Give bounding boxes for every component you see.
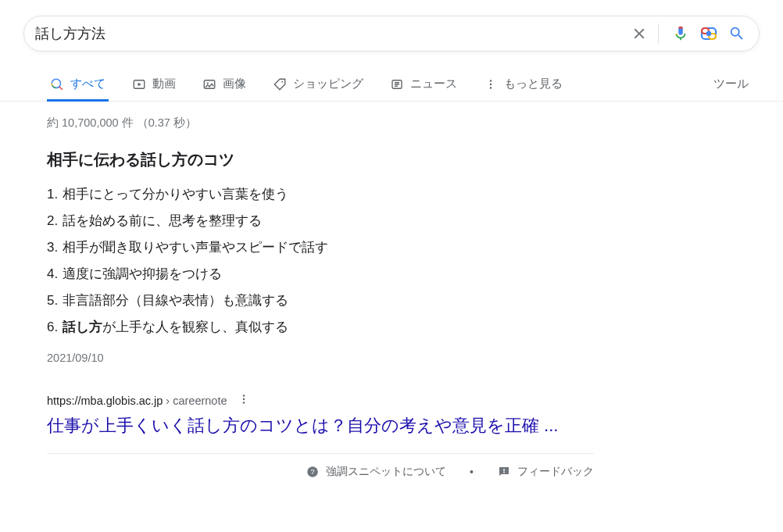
list-item: 4.適度に強調や抑揚をつける (47, 261, 594, 287)
help-icon: ? (306, 465, 320, 479)
clear-icon[interactable] (628, 23, 650, 45)
cite-domain: https://mba.globis.ac.jp (47, 395, 163, 407)
separator-dot: • (470, 466, 474, 478)
svg-rect-17 (503, 469, 505, 471)
tab-image-label: 画像 (223, 77, 246, 91)
about-snippets-label: 強調スニペットについて (326, 465, 446, 479)
tab-more-label: もっと見る (504, 77, 563, 91)
feedback-label: フィードバック (517, 465, 594, 479)
svg-point-12 (242, 395, 244, 396)
list-item: 3.相手が聞き取りやすい声量やスピードで話す (47, 234, 594, 261)
tab-shopping[interactable]: ショッピング (270, 69, 366, 101)
image-icon (202, 77, 216, 91)
tag-icon (273, 77, 287, 91)
svg-rect-18 (503, 472, 505, 473)
voice-search-icon[interactable] (670, 23, 692, 45)
tabs: すべて 動画 画像 ショッピング ニュース もっと見る (23, 69, 710, 101)
list-item: 1.相手にとって分かりやすい言葉を使う (47, 181, 594, 208)
tab-video[interactable]: 動画 (129, 69, 179, 101)
news-icon (390, 77, 404, 91)
separator (658, 23, 659, 44)
tools-button[interactable]: ツール (710, 69, 752, 101)
tab-video-label: 動画 (152, 77, 176, 91)
result-title[interactable]: 仕事が上手くいく話し方のコツとは？自分の考えや意見を正確 ... (47, 414, 594, 437)
search-icon (50, 77, 64, 91)
svg-point-13 (242, 398, 244, 400)
search-input[interactable] (35, 26, 622, 42)
svg-point-10 (490, 83, 492, 84)
lens-icon[interactable] (698, 23, 720, 45)
list-item: 5.非言語部分（目線や表情）も意識する (47, 287, 594, 314)
tab-all-label: すべて (70, 77, 105, 91)
svg-text:?: ? (311, 468, 315, 476)
tab-news-label: ニュース (410, 77, 457, 91)
snippet-title: 相手に伝わる話し方のコツ (47, 149, 594, 170)
svg-point-9 (490, 80, 492, 81)
svg-point-3 (706, 31, 711, 36)
result-stats: 約 10,700,000 件 （0.37 秒） (47, 116, 594, 130)
svg-point-14 (242, 402, 244, 403)
result-menu-icon[interactable] (237, 392, 251, 409)
video-icon (132, 77, 146, 91)
search-box[interactable] (23, 16, 760, 52)
snippet-list: 1.相手にとって分かりやすい言葉を使う2.話を始める前に、思考を整理する3.相手… (47, 181, 594, 341)
tab-image[interactable]: 画像 (199, 69, 249, 101)
svg-point-11 (490, 87, 492, 88)
svg-point-6 (207, 82, 209, 84)
tab-all[interactable]: すべて (47, 69, 109, 102)
cite-path: › careernote (163, 395, 227, 407)
tab-news[interactable]: ニュース (387, 69, 460, 101)
snippet-date: 2021/09/10 (47, 352, 594, 364)
tab-shopping-label: ショッピング (293, 77, 363, 91)
feedback-link[interactable]: フィードバック (497, 465, 594, 479)
featured-snippet: 相手に伝わる話し方のコツ 1.相手にとって分かりやすい言葉を使う2.話を始める前… (47, 149, 594, 364)
tab-more[interactable]: もっと見る (481, 69, 566, 101)
feedback-icon (497, 465, 511, 479)
more-icon (484, 77, 498, 91)
search-icon[interactable] (726, 23, 748, 45)
list-item: 6.話し方が上手な人を観察し、真似する (47, 314, 594, 341)
about-snippets-link[interactable]: ? 強調スニペットについて (306, 465, 446, 479)
list-item: 2.話を始める前に、思考を整理する (47, 208, 594, 234)
svg-point-7 (281, 80, 283, 82)
result-cite[interactable]: https://mba.globis.ac.jp › careernote (47, 395, 227, 407)
